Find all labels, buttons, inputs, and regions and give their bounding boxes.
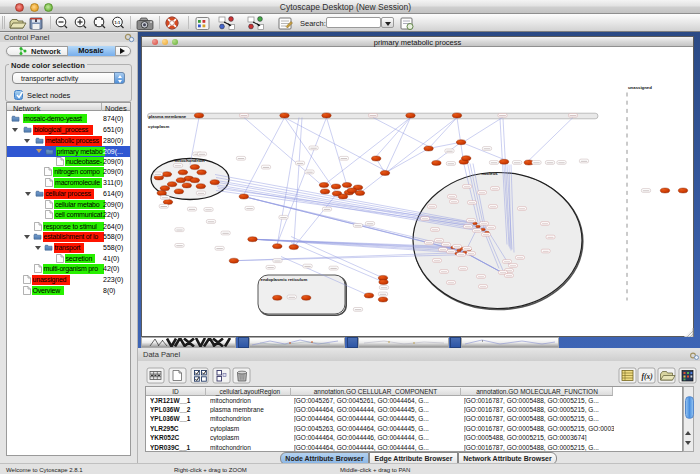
svg-text:mitochondrion: mitochondrion [175,158,205,163]
svg-text:unassigned: unassigned [628,85,652,90]
svg-text:cytoplasm: cytoplasm [148,124,169,129]
svg-text:endoplasmic reticulum: endoplasmic reticulum [261,277,308,282]
svg-text:nucleus: nucleus [482,171,499,176]
svg-text:f(x): f(x) [642,372,654,381]
svg-text:plasma membrane: plasma membrane [149,114,187,119]
svg-text:1:1: 1:1 [115,20,122,25]
